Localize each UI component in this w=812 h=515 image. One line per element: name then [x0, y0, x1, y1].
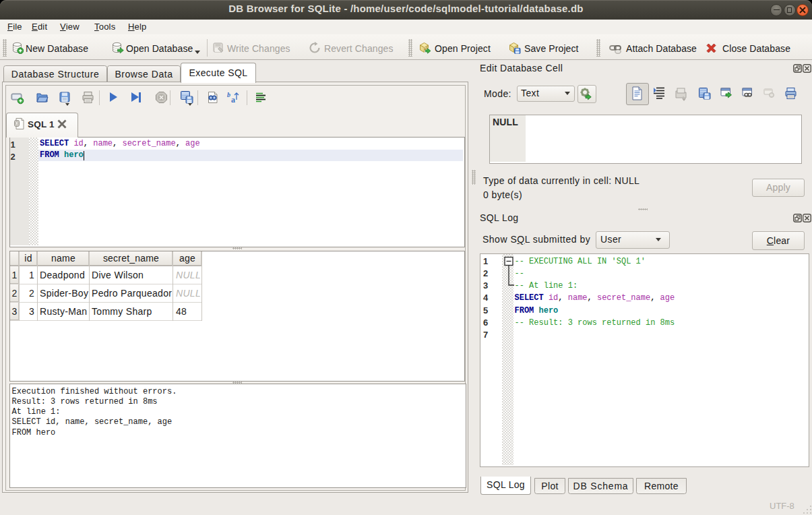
svg-text:a: a: [231, 95, 235, 104]
svg-text:b: b: [227, 91, 230, 98]
